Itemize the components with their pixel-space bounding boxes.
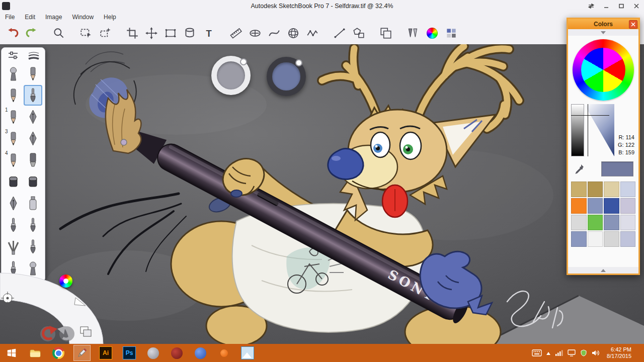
color-swatch[interactable] bbox=[571, 198, 587, 214]
brush-puck[interactable] bbox=[211, 56, 251, 95]
mini-color-puck[interactable] bbox=[59, 275, 72, 288]
brush-pencil[interactable] bbox=[24, 63, 42, 84]
zoom-tool-button[interactable] bbox=[50, 25, 67, 42]
colors-collapse-bottom[interactable] bbox=[568, 267, 638, 274]
color-puck[interactable] bbox=[267, 57, 306, 96]
brush-eraser[interactable] bbox=[4, 171, 23, 192]
clock[interactable]: 6:42 PM 8/17/2015 bbox=[605, 346, 633, 359]
color-swatch[interactable] bbox=[620, 198, 636, 214]
brush-nib[interactable] bbox=[4, 193, 23, 214]
magic-select-button[interactable] bbox=[97, 25, 114, 42]
color-swatch[interactable] bbox=[588, 182, 603, 197]
color-wheel-button[interactable] bbox=[424, 25, 441, 42]
touch-keyboard-icon[interactable] bbox=[532, 349, 542, 356]
color-swatch[interactable] bbox=[588, 231, 603, 247]
brush-brush[interactable] bbox=[4, 215, 23, 235]
tray-expand-icon[interactable] bbox=[546, 350, 550, 355]
file-explorer-button[interactable] bbox=[26, 345, 43, 361]
ruler-tool-button[interactable] bbox=[227, 25, 245, 42]
colors-close-button[interactable] bbox=[629, 20, 637, 29]
swatches-button[interactable] bbox=[443, 25, 460, 42]
color-swatch[interactable] bbox=[588, 198, 603, 214]
colors-panel-header[interactable]: Colors bbox=[568, 19, 638, 29]
brush-settings-icon[interactable] bbox=[7, 50, 20, 61]
mixer-crosshair-v bbox=[588, 104, 588, 156]
brush-brush[interactable] bbox=[24, 236, 42, 257]
color-swatch[interactable] bbox=[604, 198, 619, 214]
undo-button[interactable] bbox=[4, 25, 21, 42]
security-icon[interactable] bbox=[580, 349, 587, 356]
ellipse-guide-button[interactable] bbox=[247, 25, 264, 42]
brush-fan[interactable] bbox=[4, 236, 23, 257]
transform-tool-button[interactable] bbox=[143, 25, 160, 42]
text-tool-button[interactable]: T bbox=[200, 25, 217, 42]
color-swatch[interactable] bbox=[620, 231, 636, 247]
color-swatch[interactable] bbox=[571, 231, 587, 247]
illustrator-button[interactable]: Ai bbox=[97, 345, 114, 361]
shapes-tool-button[interactable] bbox=[350, 25, 367, 42]
brush-eraser[interactable] bbox=[24, 171, 42, 192]
photos-app-button[interactable] bbox=[239, 345, 256, 361]
brush-marker[interactable] bbox=[24, 150, 42, 170]
selection-tool-button[interactable] bbox=[77, 25, 95, 42]
color-mixer[interactable]: R: 114 G: 122 B: 159 bbox=[571, 104, 635, 156]
menu-file[interactable]: File bbox=[5, 14, 15, 21]
minimize-button[interactable] bbox=[599, 0, 614, 12]
color-swatch[interactable] bbox=[571, 182, 587, 197]
display-icon[interactable] bbox=[568, 349, 576, 356]
color-swatch[interactable] bbox=[604, 231, 619, 247]
predictive-stroke-button[interactable] bbox=[304, 25, 321, 42]
redo-button[interactable] bbox=[23, 25, 40, 42]
brush-brush[interactable] bbox=[24, 215, 42, 235]
crop-tool-button[interactable] bbox=[124, 25, 141, 42]
start-button[interactable] bbox=[0, 344, 23, 362]
app-icon[interactable] bbox=[2, 2, 10, 10]
paint-app-button[interactable] bbox=[144, 345, 162, 361]
menu-window[interactable]: Window bbox=[72, 14, 94, 21]
photoshop-button[interactable]: Ps bbox=[121, 345, 138, 361]
brush-nib[interactable] bbox=[24, 107, 42, 127]
fill-tool-button[interactable] bbox=[181, 25, 198, 42]
sketchbook-taskbar-button[interactable] bbox=[73, 345, 91, 361]
eyedropper-icon[interactable] bbox=[573, 163, 585, 175]
brush-airbrush[interactable] bbox=[4, 63, 23, 84]
warp-tool-button[interactable] bbox=[162, 25, 179, 42]
brush-nib[interactable] bbox=[24, 128, 42, 149]
menu-image[interactable]: Image bbox=[45, 14, 62, 21]
volume-icon[interactable] bbox=[592, 349, 600, 356]
switch-apps-icon[interactable] bbox=[584, 0, 599, 12]
audio-app-button[interactable] bbox=[192, 345, 209, 361]
color-swatch[interactable] bbox=[571, 215, 587, 230]
brush-pencil[interactable]: 1 bbox=[4, 107, 23, 127]
color-swatch[interactable] bbox=[620, 215, 636, 230]
color-swatch[interactable] bbox=[604, 215, 619, 230]
close-button[interactable] bbox=[629, 0, 644, 12]
brush-pencil[interactable] bbox=[4, 85, 23, 106]
color-swatch[interactable] bbox=[604, 182, 619, 197]
perspective-tool-button[interactable] bbox=[285, 25, 302, 42]
blend-pencils-button[interactable] bbox=[405, 25, 422, 42]
brush-pencil[interactable]: 3 bbox=[4, 128, 23, 149]
audio-app-icon bbox=[195, 347, 206, 359]
media-app-button[interactable] bbox=[168, 345, 185, 361]
maximize-button[interactable] bbox=[614, 0, 629, 12]
line-tool-button[interactable] bbox=[331, 25, 348, 42]
shade-triangle[interactable] bbox=[584, 104, 614, 156]
menu-help[interactable]: Help bbox=[104, 14, 116, 21]
brush-brush[interactable] bbox=[24, 85, 42, 106]
brush-bottle[interactable] bbox=[24, 193, 42, 214]
chrome-button[interactable] bbox=[50, 345, 67, 361]
frames-button[interactable] bbox=[377, 25, 394, 42]
french-curve-button[interactable] bbox=[266, 25, 283, 42]
brush-pencil[interactable]: 4 bbox=[4, 150, 23, 170]
pin-app-button[interactable] bbox=[215, 345, 232, 361]
color-swatch[interactable] bbox=[588, 215, 603, 230]
color-wheel[interactable] bbox=[573, 39, 634, 101]
color-swatch[interactable] bbox=[620, 182, 636, 197]
menu-edit[interactable]: Edit bbox=[25, 14, 35, 21]
colors-collapse-top[interactable] bbox=[568, 29, 638, 36]
stroke-preview-icon[interactable] bbox=[27, 50, 40, 61]
current-color-swatch[interactable] bbox=[601, 161, 633, 176]
network-icon[interactable] bbox=[555, 349, 563, 356]
grayscale-slider[interactable] bbox=[571, 104, 584, 156]
